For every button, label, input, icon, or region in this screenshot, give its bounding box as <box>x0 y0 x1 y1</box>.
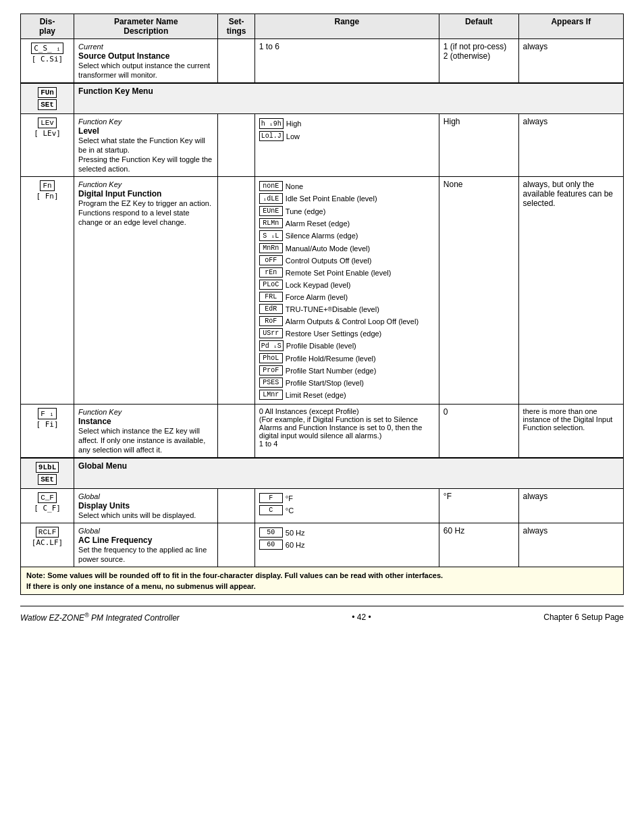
header-default: Default <box>439 14 518 39</box>
range-item-profile-disable: Pd ᵢS Profile Disable (level) <box>259 340 435 352</box>
section-fk-title: Function Key Menu <box>74 83 624 114</box>
range-fi: 0 All Instances (except Profile) (For ex… <box>254 405 439 459</box>
footer-right: Chapter 6 Setup Page <box>543 613 624 622</box>
settings-aclf <box>218 523 254 567</box>
lcd-display-bottom: [ C.Si] <box>25 55 70 63</box>
range-item-silence: S ᵢL Silence Alarms (edge) <box>259 230 435 242</box>
section-function-key: FUn SEt Function Key Menu <box>21 83 624 114</box>
header-parameter: Parameter NameDescription <box>74 14 218 39</box>
default-fi: 0 <box>439 405 518 459</box>
lcd-fi-bottom: [ Fi] <box>25 420 70 429</box>
appears-fn: always, but only the available features … <box>518 177 623 405</box>
lcd-fn-top: Fn <box>40 180 54 191</box>
range-item-alarm-reset: RLMn Alarm Reset (edge) <box>259 217 435 229</box>
settings-fn <box>218 177 254 405</box>
range-item-limit-reset: LMnr Limit Reset (edge) <box>259 389 435 400</box>
range-cf: F °F C °C <box>254 489 439 523</box>
range-item-none: nonE None <box>259 180 435 192</box>
lcd-global-top: 9LbL <box>36 462 59 473</box>
table-row-cf: C_F [ C_F] Global Display Units Select w… <box>21 489 624 523</box>
default-csi: 1 (if not pro-cess)2 (otherwise) <box>439 39 518 84</box>
header-appears-if: Appears If <box>518 14 623 39</box>
section-fk-display: FUn SEt <box>21 83 74 114</box>
range-lev: h ᵢ9h High Lol.J Low <box>254 114 439 177</box>
appears-csi: always <box>518 39 623 84</box>
footer-note-2: If there is only one instance of a menu,… <box>26 582 618 590</box>
lcd-fn-bottom: [ Fn] <box>25 192 70 201</box>
range-item-profile-start-num: ProF Profile Start Number (edge) <box>259 365 435 376</box>
table-row-notes: Note: Some values will be rounded off to… <box>21 567 624 595</box>
param-fn: Function Key Digital Input Function Prog… <box>74 177 218 405</box>
range-item-remote: rEn Remote Set Point Enable (level) <box>259 267 435 278</box>
range-aclf: 50 50 Hz 60 60 Hz <box>254 523 439 567</box>
appears-cf: always <box>518 489 623 523</box>
table-row-fi: F ᵢ [ Fi] Function Key Instance Select w… <box>21 405 624 459</box>
lcd-aclf-top: RCLF <box>36 527 59 538</box>
display-aclf: RCLF [AC.LF] <box>21 523 74 567</box>
table-row-lev: LEv [ LEv] Function Key Level Select wha… <box>21 114 624 177</box>
range-item-high: h ᵢ9h High <box>259 118 435 130</box>
param-csi: Current Source Output Instance Select wh… <box>74 39 218 84</box>
range-fn: nonE None ᵢdLE Idle Set Point Enable (le… <box>254 177 439 405</box>
footer-notes-cell: Note: Some values will be rounded off to… <box>21 567 624 595</box>
display-cf: C_F [ C_F] <box>21 489 74 523</box>
param-lev: Function Key Level Select what state the… <box>74 114 218 177</box>
lcd-fi-top: F ᵢ <box>38 408 57 419</box>
section-global: 9LbL SEt Global Menu <box>21 458 624 489</box>
range-item-force-alarm: FRL Force Alarm (level) <box>259 291 435 303</box>
range-item-idle: ᵢdLE Idle Set Point Enable (level) <box>259 192 435 205</box>
lcd-lev-top: LEv <box>38 118 57 128</box>
param-aclf: Global AC Line Frequency Set the frequen… <box>74 523 218 567</box>
appears-aclf: always <box>518 523 623 567</box>
table-row-fn: Fn [ Fn] Function Key Digital Input Func… <box>21 177 624 405</box>
lcd-global-set: SEt <box>38 474 57 485</box>
page-footer: Watlow EZ-ZONE® PM Integrated Controller… <box>20 606 624 623</box>
table-row-aclf: RCLF [AC.LF] Global AC Line Frequency Se… <box>21 523 624 567</box>
range-item-off: oFF Control Outputs Off (level) <box>259 255 435 266</box>
display-csi: C̲S̲ ᵢ [ C.Si] <box>21 39 74 84</box>
range-item-alarm-outputs: RoF Alarm Outputs & Control Loop Off (le… <box>259 315 435 327</box>
range-item-profile-startstop: PSES Profile Start/Stop (level) <box>259 377 435 388</box>
footer-left: Watlow EZ-ZONE® PM Integrated Controller <box>20 612 180 623</box>
display-fi: F ᵢ [ Fi] <box>21 405 74 459</box>
appears-fi: there is more than one instance of the D… <box>518 405 623 459</box>
range-item-restore: USrr Restore User Settings (edge) <box>259 328 435 339</box>
default-aclf: 60 Hz <box>439 523 518 567</box>
lcd-cf-bottom: [ C_F] <box>25 504 70 513</box>
display-fn: Fn [ Fn] <box>21 177 74 405</box>
header-settings: Set-tings <box>218 14 254 39</box>
default-lev: High <box>439 114 518 177</box>
lcd-set-fk: SEt <box>38 99 57 110</box>
lcd-lev-bottom: [ LEv] <box>25 129 70 138</box>
default-fn: None <box>439 177 518 405</box>
section-global-display: 9LbL SEt <box>21 458 74 489</box>
footer-center: • 42 • <box>352 613 371 622</box>
range-item-tune: EUnE Tune (edge) <box>259 205 435 217</box>
lcd-aclf-bottom: [AC.LF] <box>25 538 70 547</box>
param-fi: Function Key Instance Select which insta… <box>74 405 218 459</box>
lcd-fun: FUn <box>38 87 57 98</box>
range-item-low: Lol.J Low <box>259 130 435 142</box>
lcd-cf-top: C_F <box>38 492 57 503</box>
settings-fi <box>218 405 254 459</box>
range-item-trutune: EdR TRU-TUNE+® Disable (level) <box>259 303 435 315</box>
section-global-title: Global Menu <box>74 458 624 489</box>
footer-note-1: Note: Some values will be rounded off to… <box>26 571 618 579</box>
default-cf: °F <box>439 489 518 523</box>
display-lev: LEv [ LEv] <box>21 114 74 177</box>
range-item-60hz: 60 60 Hz <box>259 539 435 550</box>
appears-lev: always <box>518 114 623 177</box>
range-csi: 1 to 6 <box>254 39 439 84</box>
lcd-display-top: C̲S̲ ᵢ <box>31 43 63 54</box>
settings-csi <box>218 39 254 84</box>
header-range: Range <box>254 14 439 39</box>
range-item-f: F °F <box>259 492 435 504</box>
table-row: C̲S̲ ᵢ [ C.Si] Current Source Output Ins… <box>21 39 624 84</box>
range-item-lock: PLoC Lock Keypad (level) <box>259 279 435 290</box>
settings-cf <box>218 489 254 523</box>
range-item-c: C °C <box>259 504 435 516</box>
param-cf: Global Display Units Select which units … <box>74 489 218 523</box>
settings-lev <box>218 114 254 177</box>
header-display: Dis-play <box>21 14 74 39</box>
range-item-manual: MnRn Manual/Auto Mode (level) <box>259 242 435 254</box>
